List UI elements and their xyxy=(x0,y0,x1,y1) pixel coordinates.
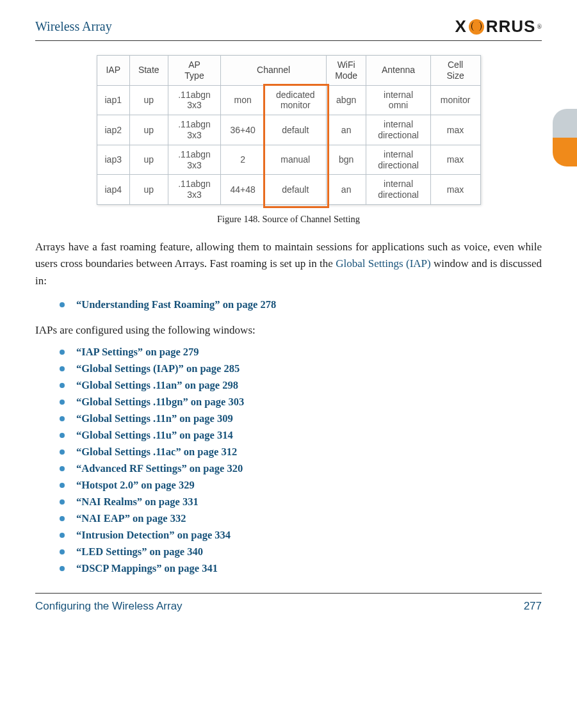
link-item[interactable]: “Global Settings .11u” on page 314 xyxy=(60,429,542,442)
table-cell: internaldirectional xyxy=(366,115,430,145)
table-cell: an xyxy=(326,115,366,145)
table-row: iap3up.11abgn3x32manualbgninternaldirect… xyxy=(97,145,480,175)
table-cell: abgn xyxy=(326,85,366,115)
table-cell: dedicatedmonitor xyxy=(264,85,326,115)
link-item[interactable]: “Global Settings .11an” on page 298 xyxy=(60,379,542,392)
link-item[interactable]: “Global Settings .11n” on page 309 xyxy=(60,412,542,425)
logo-text-left: X xyxy=(455,17,466,36)
table-cell: .11abgn3x3 xyxy=(168,115,221,145)
th-channel: Channel xyxy=(221,56,326,86)
header-title: Wireless Array xyxy=(35,19,112,34)
table-cell: 2 xyxy=(221,145,264,175)
page-footer: Configuring the Wireless Array 277 xyxy=(35,593,542,613)
th-cell: CellSize xyxy=(430,56,480,86)
th-iap: IAP xyxy=(97,56,129,86)
link-item[interactable]: “DSCP Mappings” on page 341 xyxy=(60,562,542,575)
link-item[interactable]: “Advanced RF Settings” on page 320 xyxy=(60,462,542,475)
registered-mark: ® xyxy=(537,23,542,30)
iap-table: IAP State APType Channel WiFiMode Antenn… xyxy=(97,55,481,205)
th-state: State xyxy=(129,56,168,86)
th-antenna: Antenna xyxy=(366,56,430,86)
link-fast-roaming[interactable]: “Understanding Fast Roaming” on page 278 xyxy=(60,298,542,311)
link-item[interactable]: “Intrusion Detection” on page 334 xyxy=(60,529,542,542)
table-cell: up xyxy=(129,145,168,175)
brand-logo: X RRUS ® xyxy=(455,17,542,36)
link-item[interactable]: “IAP Settings” on page 279 xyxy=(60,346,542,359)
link-item[interactable]: “LED Settings” on page 340 xyxy=(60,546,542,558)
table-cell: mon xyxy=(221,85,264,115)
table-cell: iap2 xyxy=(97,115,129,145)
table-row: iap4up.11abgn3x344+48defaultaninternaldi… xyxy=(97,175,480,205)
table-cell: bgn xyxy=(326,145,366,175)
table-cell: 44+48 xyxy=(221,175,264,205)
table-cell: up xyxy=(129,85,168,115)
link-item[interactable]: “Global Settings .11bgn” on page 303 xyxy=(60,396,542,408)
table-cell: internaldirectional xyxy=(366,145,430,175)
logo-orb-icon xyxy=(469,19,484,35)
table-cell: up xyxy=(129,175,168,205)
link-item[interactable]: “NAI Realms” on page 331 xyxy=(60,496,542,508)
config-intro: IAPs are configured using the following … xyxy=(35,324,542,337)
footer-page-number: 277 xyxy=(524,600,542,613)
table-cell: default xyxy=(264,175,326,205)
table-cell: iap4 xyxy=(97,175,129,205)
th-aptype: APType xyxy=(168,56,221,86)
table-cell: internaldirectional xyxy=(366,175,430,205)
table-cell: max xyxy=(430,175,480,205)
logo-text-right: RRUS xyxy=(486,17,536,36)
link-item[interactable]: “Global Settings (IAP)” on page 285 xyxy=(60,362,542,375)
footer-section: Configuring the Wireless Array xyxy=(35,600,183,613)
table-cell: up xyxy=(129,115,168,145)
inline-link-global-settings[interactable]: Global Settings (IAP) xyxy=(336,257,431,270)
table-cell: iap3 xyxy=(97,145,129,175)
table-row: iap2up.11abgn3x336+40defaultaninternaldi… xyxy=(97,115,480,145)
link-item[interactable]: “Global Settings .11ac” on page 312 xyxy=(60,446,542,458)
table-cell: monitor xyxy=(430,85,480,115)
page-header: Wireless Array X RRUS ® xyxy=(35,17,542,41)
intro-paragraph: Arrays have a fast roaming feature, allo… xyxy=(35,239,542,289)
table-cell: .11abgn3x3 xyxy=(168,175,221,205)
table-cell: default xyxy=(264,115,326,145)
link-item[interactable]: “Hotspot 2.0” on page 329 xyxy=(60,479,542,492)
table-row: iap1up.11abgn3x3mondedicatedmonitorabgni… xyxy=(97,85,480,115)
iap-table-wrapper: IAP State APType Channel WiFiMode Antenn… xyxy=(97,55,481,205)
table-cell: 36+40 xyxy=(221,115,264,145)
th-wifi: WiFiMode xyxy=(326,56,366,86)
figure-caption: Figure 148. Source of Channel Setting xyxy=(97,214,481,225)
link-item[interactable]: “NAI EAP” on page 332 xyxy=(60,512,542,525)
table-cell: .11abgn3x3 xyxy=(168,145,221,175)
table-cell: max xyxy=(430,145,480,175)
table-cell: iap1 xyxy=(97,85,129,115)
table-cell: an xyxy=(326,175,366,205)
table-cell: max xyxy=(430,115,480,145)
table-cell: internalomni xyxy=(366,85,430,115)
table-cell: manual xyxy=(264,145,326,175)
table-cell: .11abgn3x3 xyxy=(168,85,221,115)
